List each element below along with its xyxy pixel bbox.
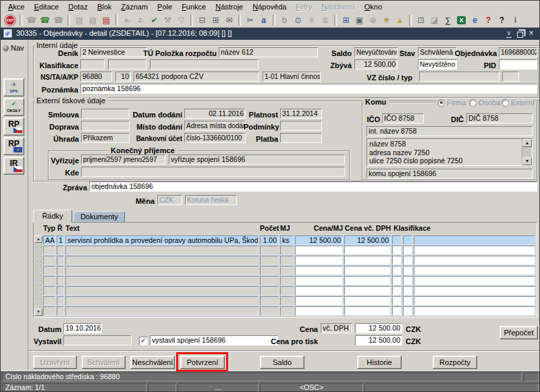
table-cell-empty[interactable] (295, 276, 343, 285)
sort-desc-icon[interactable]: Z↓ (134, 14, 147, 26)
podminky-field[interactable] (280, 121, 322, 131)
vyrizuje-spojeni-field[interactable]: vyřizuje spojení 158696 (169, 155, 345, 165)
interni-nazev-field[interactable]: int. název 8758 (367, 126, 533, 136)
tab-dokumenty[interactable]: Dokumenty (74, 211, 125, 223)
radio-firma[interactable]: Firma (436, 99, 467, 107)
table-cell-empty[interactable] (295, 266, 343, 275)
ns-field[interactable]: 96880 (80, 72, 112, 82)
vz-cislo-field[interactable] (419, 72, 500, 82)
neschvaleni-button[interactable]: Neschválení (130, 356, 175, 369)
cena-pro-tisk-field[interactable]: 12 500.00 (355, 335, 402, 345)
komu-spojeni-field[interactable]: komu spojení 158696 (367, 169, 533, 179)
sidebar-button-ukoly[interactable]: ✔ ÚKOLY (3, 98, 24, 116)
menu-item-akce[interactable]: Akce (3, 1, 29, 13)
tools-icon[interactable]: ⚒ (161, 14, 174, 26)
misto-dodani-field[interactable]: Adresa místa dodání, os (184, 121, 246, 131)
table-cell-empty[interactable] (57, 286, 64, 296)
ta-field[interactable]: 10 (115, 72, 131, 82)
table-cell-empty[interactable] (392, 256, 402, 265)
table-cell-empty[interactable] (414, 266, 535, 275)
vyrizuje-jmeno-field[interactable]: prijmeni2597 jmeno2597 (81, 155, 165, 165)
cell-pocet[interactable]: 1.00 (260, 235, 279, 245)
pyramid-icon[interactable]: ▲ (394, 14, 406, 26)
print-setup-icon[interactable]: ⊞ (209, 14, 222, 26)
table-cell-empty[interactable] (392, 266, 402, 275)
table-cell-empty[interactable] (295, 296, 343, 306)
table-scroll-up-icon[interactable]: ▲ (34, 235, 43, 243)
akce-field[interactable]: 654321 podpora CŽV (134, 72, 259, 82)
sidebar-button-sps[interactable]: ✈ SPS (3, 78, 24, 96)
vystavil-field[interactable] (63, 335, 132, 345)
sort-asc-icon[interactable]: A↓ (121, 14, 134, 26)
table-cell-empty[interactable] (260, 286, 279, 296)
table-cell-empty[interactable] (403, 276, 412, 285)
table-cell-empty[interactable] (280, 256, 294, 265)
table-cell-empty[interactable] (65, 286, 259, 296)
record-exec-icon[interactable]: ▤ (86, 14, 99, 26)
scrollbar[interactable]: ▲ ▼ (522, 139, 532, 165)
smlouva-field[interactable] (81, 109, 130, 119)
table-cell-empty[interactable] (260, 256, 279, 265)
navigator-wheel-icon[interactable]: ✳ (380, 14, 393, 26)
table-cell-empty[interactable] (344, 286, 391, 296)
table-cell-empty[interactable] (414, 246, 535, 255)
historie-button[interactable]: Historie (357, 356, 402, 369)
table-cell-empty[interactable] (65, 256, 259, 265)
menu-item-dotaz[interactable]: Dotaz (63, 1, 92, 13)
table-cell-empty[interactable] (392, 296, 402, 306)
table-scroll-down-icon[interactable]: ▼ (34, 308, 43, 316)
restore-window-icon[interactable] (515, 30, 524, 38)
platnost-field[interactable]: 31.12.2014 (280, 109, 322, 119)
cell-r[interactable]: 1 (57, 235, 64, 245)
sum-icon[interactable]: ∑ (441, 14, 454, 26)
klasifikace-field-2[interactable] (108, 59, 146, 69)
table-cell-empty[interactable] (57, 266, 64, 275)
scroll-up-icon[interactable]: ▲ (522, 139, 532, 147)
mail-send-icon[interactable]: ✉ (223, 14, 236, 26)
help-record-icon[interactable]: ? (482, 14, 495, 26)
bankovni-ucet-field[interactable]: číslo-133660/0100 (184, 133, 246, 143)
phone-cancel-icon[interactable]: ☎ (52, 14, 65, 26)
copy-format-icon[interactable]: b (278, 14, 291, 26)
globe-icon[interactable]: ⊕ (367, 14, 379, 26)
saldo-button[interactable]: Saldo (260, 356, 304, 369)
adresa-textarea[interactable]: název 8758 adresa nazev 7250 ulice 7250 … (367, 138, 533, 166)
table-cell-empty[interactable] (43, 266, 55, 275)
info-icon[interactable]: i (509, 14, 522, 26)
table-cell-empty[interactable] (65, 276, 259, 285)
datum-dodani-field[interactable]: 02.11.2016 (184, 109, 246, 119)
table-cell-empty[interactable] (260, 246, 279, 255)
eraser-icon[interactable]: ◪ (428, 14, 441, 26)
menu-item-editace[interactable]: Editace (29, 1, 63, 13)
record-save-icon[interactable]: ▤ (73, 14, 86, 26)
phone-back-icon[interactable]: ☎ (25, 14, 38, 26)
table-cell-empty[interactable] (414, 276, 535, 285)
cena-field[interactable]: 12 500.00 (355, 323, 402, 333)
table-cell-empty[interactable] (260, 296, 279, 306)
uhrada-field[interactable]: Příkazem (81, 133, 130, 143)
stav-field[interactable]: Schválená (418, 47, 457, 57)
table-cell-empty[interactable] (43, 296, 55, 306)
table-cell-empty[interactable] (65, 306, 259, 316)
cell-text[interactable]: servisní prohlídka a provedení opravy au… (65, 235, 259, 245)
table-cell-empty[interactable] (295, 306, 343, 316)
phone-ok-icon[interactable]: ☎ (38, 14, 51, 26)
excel-icon[interactable]: X (455, 14, 468, 26)
table-cell-empty[interactable] (43, 246, 55, 255)
cell-typ[interactable]: AA (43, 235, 55, 245)
saldo-field[interactable]: Nevyúčtováno (354, 47, 398, 57)
table-cell-empty[interactable] (43, 306, 55, 316)
tab-radky[interactable]: Řádky (33, 210, 72, 223)
zbyva-field[interactable]: 12 500.00 (354, 59, 398, 69)
exit-icon[interactable]: EXIT (3, 14, 17, 26)
close-window-icon[interactable]: × (526, 30, 536, 38)
tu-polozka-field[interactable]: název 612 (219, 47, 318, 57)
cell-mj[interactable]: ks (280, 235, 294, 245)
cell-cena-dph[interactable]: 12 500.00 (344, 235, 391, 245)
datum-field[interactable]: 19.10.2016 (63, 323, 102, 333)
table-cell-empty[interactable] (392, 286, 402, 296)
sidebar-button-ir[interactable]: IR (3, 157, 24, 175)
cell-klasifikace-1[interactable] (392, 235, 402, 245)
cell-klasifikace-2[interactable] (403, 235, 412, 245)
mena-name-field[interactable]: Koruna česká (185, 195, 237, 205)
